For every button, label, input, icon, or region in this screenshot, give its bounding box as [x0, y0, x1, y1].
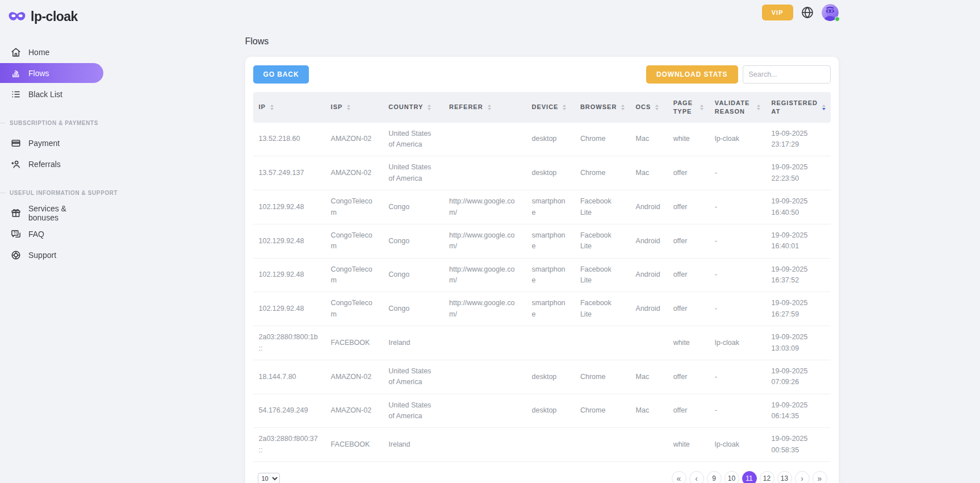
sidebar-item-services-bonuses[interactable]: Services & bonuses: [0, 203, 103, 223]
cell: smartphone: [526, 258, 575, 292]
column-label: VALIDATE REASON: [715, 99, 752, 116]
cell: Facebook Lite: [575, 258, 630, 292]
column-label: ISP: [331, 103, 343, 111]
cell: Facebook Lite: [575, 224, 630, 258]
column-header-page-type[interactable]: PAGE TYPE: [668, 92, 709, 123]
page-button-10[interactable]: 10: [724, 471, 739, 483]
cell: 19-09-2025 16:40:50: [766, 190, 831, 224]
column-label: PAGE TYPE: [673, 99, 696, 116]
column-header-ip[interactable]: IP: [253, 92, 325, 123]
sidebar-item-support[interactable]: Support: [0, 245, 103, 265]
cell: CongoTelecom: [325, 292, 383, 326]
cell: smartphone: [526, 224, 575, 258]
sort-icon: [270, 105, 274, 111]
column-header-isp[interactable]: ISP: [325, 92, 383, 123]
cell: offer: [668, 156, 709, 190]
page-button-12[interactable]: 12: [760, 471, 774, 483]
page-button-11[interactable]: 11: [742, 471, 757, 483]
online-status-dot: [835, 16, 840, 22]
cell: 13.57.249.137: [253, 156, 325, 190]
sidebar-item-home[interactable]: Home: [0, 42, 103, 62]
cell: lp-cloak: [709, 123, 766, 156]
sidebar-item-faq[interactable]: ?! FAQ: [0, 224, 103, 244]
table-row: 102.129.92.48CongoTelecomCongohttp://www…: [253, 190, 831, 224]
cell: desktop: [526, 360, 575, 394]
cell: 102.129.92.48: [253, 190, 325, 224]
cell: http://www.google.com/: [443, 258, 526, 292]
cell: United States of America: [383, 360, 443, 394]
column-header-referer[interactable]: REFERER: [443, 92, 526, 123]
sidebar-item-label: Support: [28, 251, 56, 260]
cell: United States of America: [383, 394, 443, 428]
cell: lp-cloak: [709, 428, 766, 462]
cell: [443, 156, 526, 190]
sidebar-section-subscription: SUBSCRIPTION & PAYMENTS: [0, 120, 103, 126]
cell: [630, 326, 668, 360]
cell: CongoTelecom: [325, 224, 383, 258]
cell: 19-09-2025 06:14:35: [766, 394, 831, 428]
cell: AMAZON-02: [325, 360, 383, 394]
prev-page-button[interactable]: ‹: [689, 471, 704, 483]
flows-icon: [11, 68, 21, 78]
sidebar-nav: Home Flows Black List SUBSCRIPTION & PAY…: [0, 42, 103, 265]
support-icon: [11, 250, 21, 260]
cell: 2a03:2880:f800:1b::: [253, 326, 325, 360]
sidebar-item-flows[interactable]: Flows: [0, 63, 103, 83]
sidebar-item-label: Services & bonuses: [28, 204, 98, 222]
cell: offer: [668, 224, 709, 258]
column-header-ocs[interactable]: OCS: [630, 92, 668, 123]
cell: [443, 428, 526, 462]
card-toolbar: GO BACK DOWNLOAD STATS: [253, 65, 831, 84]
column-header-country[interactable]: COUNTRY: [383, 92, 443, 123]
table-row: 18.144.7.80AMAZON-02United States of Ame…: [253, 360, 831, 394]
cell: 19-09-2025 23:17:29: [766, 123, 831, 156]
page-size-select[interactable]: 10: [258, 473, 280, 483]
last-page-button[interactable]: »: [813, 471, 827, 483]
sidebar-section-useful: USEFUL INFORMATION & SUPPORT: [0, 190, 103, 196]
cell: offer: [668, 190, 709, 224]
cell: [443, 326, 526, 360]
cell: -: [709, 394, 766, 428]
home-icon: [11, 47, 21, 57]
sidebar-item-referrals[interactable]: Referrals: [0, 154, 103, 174]
cell: Android: [630, 292, 668, 326]
table-row: 102.129.92.48CongoTelecomCongohttp://www…: [253, 292, 831, 326]
column-label: OCS: [636, 103, 651, 111]
sidebar-item-payment[interactable]: Payment: [0, 133, 103, 153]
sort-icon: [822, 105, 826, 111]
cell: 54.176.249.249: [253, 394, 325, 428]
cell: 18.144.7.80: [253, 360, 325, 394]
column-header-registered-at[interactable]: REGISTERED AT: [766, 92, 831, 123]
column-label: REGISTERED AT: [772, 99, 818, 116]
go-back-button[interactable]: GO BACK: [253, 65, 309, 84]
globe-icon[interactable]: [801, 6, 814, 19]
cell: 2a03:2880:f800:37::: [253, 428, 325, 462]
sidebar-item-black-list[interactable]: Black List: [0, 84, 103, 104]
cell: smartphone: [526, 292, 575, 326]
sidebar-item-label: Home: [28, 48, 49, 57]
page-button-9[interactable]: 9: [707, 471, 722, 483]
cell: 19-09-2025 00:58:35: [766, 428, 831, 462]
next-page-button[interactable]: ›: [795, 471, 810, 483]
cell: white: [668, 326, 709, 360]
column-header-validate-reason[interactable]: VALIDATE REASON: [709, 92, 766, 123]
app-logo[interactable]: lp-cloak: [0, 7, 103, 26]
user-avatar[interactable]: [822, 4, 839, 21]
column-header-device[interactable]: DEVICE: [526, 92, 575, 123]
download-stats-button[interactable]: DOWNLOAD STATS: [646, 65, 738, 84]
vip-button[interactable]: VIP: [762, 5, 793, 20]
page-button-13[interactable]: 13: [777, 471, 792, 483]
first-page-button[interactable]: «: [672, 471, 686, 483]
search-input[interactable]: [743, 65, 831, 84]
column-header-browser[interactable]: BROWSER: [575, 92, 630, 123]
cell: -: [709, 156, 766, 190]
sort-icon: [488, 105, 491, 111]
cell: FACEBOOK: [325, 326, 383, 360]
cell: Chrome: [575, 156, 630, 190]
cell: Chrome: [575, 360, 630, 394]
cell: smartphone: [526, 190, 575, 224]
table-row: 2a03:2880:f800:1b::FACEBOOKIrelandwhitel…: [253, 326, 831, 360]
cell: -: [709, 292, 766, 326]
cell: Android: [630, 190, 668, 224]
faq-icon: ?!: [11, 229, 21, 239]
